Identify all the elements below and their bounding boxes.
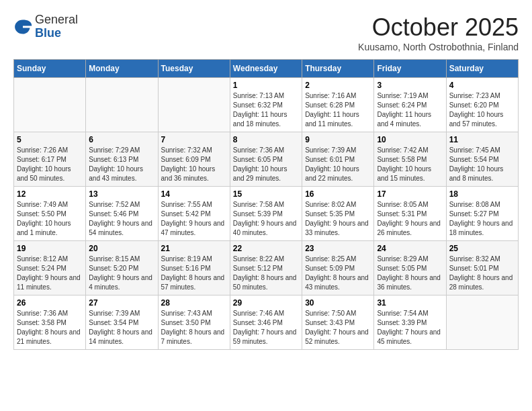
day-detail: Sunrise: 7:49 AM Sunset: 5:50 PM Dayligh…	[17, 200, 83, 238]
day-detail: Sunrise: 7:43 AM Sunset: 3:50 PM Dayligh…	[161, 309, 227, 347]
day-detail: Sunrise: 8:22 AM Sunset: 5:12 PM Dayligh…	[233, 255, 299, 292]
header-cell-tuesday: Tuesday	[158, 60, 230, 78]
header-cell-wednesday: Wednesday	[230, 60, 302, 78]
day-cell: 3Sunrise: 7:19 AM Sunset: 6:24 PM Daylig…	[374, 78, 446, 132]
day-detail: Sunrise: 7:16 AM Sunset: 6:28 PM Dayligh…	[305, 91, 371, 129]
day-number: 24	[377, 244, 443, 253]
day-cell: 28Sunrise: 7:43 AM Sunset: 3:50 PM Dayli…	[158, 295, 230, 350]
day-number: 3	[377, 81, 443, 90]
day-cell: 4Sunrise: 7:23 AM Sunset: 6:20 PM Daylig…	[446, 78, 518, 132]
header-cell-sunday: Sunday	[14, 60, 86, 78]
day-cell: 16Sunrise: 8:02 AM Sunset: 5:35 PM Dayli…	[302, 187, 374, 241]
day-detail: Sunrise: 7:55 AM Sunset: 5:42 PM Dayligh…	[161, 200, 227, 238]
day-cell: 8Sunrise: 7:36 AM Sunset: 6:05 PM Daylig…	[230, 132, 302, 187]
day-cell: 6Sunrise: 7:29 AM Sunset: 6:13 PM Daylig…	[86, 132, 158, 187]
day-number: 18	[449, 189, 515, 199]
day-detail: Sunrise: 7:46 AM Sunset: 3:46 PM Dayligh…	[233, 309, 299, 347]
day-detail: Sunrise: 8:08 AM Sunset: 5:27 PM Dayligh…	[449, 200, 515, 238]
day-cell: 22Sunrise: 8:22 AM Sunset: 5:12 PM Dayli…	[230, 241, 302, 295]
day-number: 10	[377, 135, 443, 144]
day-detail: Sunrise: 7:45 AM Sunset: 5:54 PM Dayligh…	[449, 146, 515, 183]
day-number: 29	[233, 298, 299, 308]
day-number: 19	[17, 244, 83, 253]
day-cell: 9Sunrise: 7:39 AM Sunset: 6:01 PM Daylig…	[302, 132, 374, 187]
week-row-5: 26Sunrise: 7:36 AM Sunset: 3:58 PM Dayli…	[14, 295, 519, 350]
day-number: 23	[305, 244, 371, 253]
day-cell: 19Sunrise: 8:12 AM Sunset: 5:24 PM Dayli…	[14, 241, 86, 295]
day-detail: Sunrise: 7:36 AM Sunset: 3:58 PM Dayligh…	[17, 309, 83, 347]
header-cell-saturday: Saturday	[446, 60, 518, 78]
day-detail: Sunrise: 7:36 AM Sunset: 6:05 PM Dayligh…	[233, 146, 299, 183]
title-block: October 2025 Kuusamo, North Ostrobothnia…	[358, 13, 519, 52]
logo-icon	[13, 17, 32, 36]
day-detail: Sunrise: 7:39 AM Sunset: 3:54 PM Dayligh…	[89, 309, 154, 347]
day-detail: Sunrise: 7:50 AM Sunset: 3:43 PM Dayligh…	[305, 309, 371, 347]
day-detail: Sunrise: 7:52 AM Sunset: 5:46 PM Dayligh…	[89, 200, 154, 238]
day-cell	[158, 78, 230, 132]
day-detail: Sunrise: 7:42 AM Sunset: 5:58 PM Dayligh…	[377, 146, 443, 183]
calendar-table: SundayMondayTuesdayWednesdayThursdayFrid…	[13, 59, 519, 350]
day-detail: Sunrise: 7:23 AM Sunset: 6:20 PM Dayligh…	[449, 91, 515, 129]
day-number: 30	[305, 298, 371, 308]
day-number: 27	[89, 298, 154, 308]
day-number: 21	[161, 244, 227, 253]
day-number: 11	[449, 135, 515, 144]
day-number: 8	[233, 135, 299, 144]
calendar-header: SundayMondayTuesdayWednesdayThursdayFrid…	[14, 60, 519, 78]
header-row: SundayMondayTuesdayWednesdayThursdayFrid…	[14, 60, 519, 78]
day-detail: Sunrise: 8:25 AM Sunset: 5:09 PM Dayligh…	[305, 255, 371, 292]
day-number: 12	[17, 189, 83, 199]
day-cell: 23Sunrise: 8:25 AM Sunset: 5:09 PM Dayli…	[302, 241, 374, 295]
day-number: 20	[89, 244, 154, 253]
day-detail: Sunrise: 7:58 AM Sunset: 5:39 PM Dayligh…	[233, 200, 299, 238]
day-cell: 14Sunrise: 7:55 AM Sunset: 5:42 PM Dayli…	[158, 187, 230, 241]
day-number: 25	[449, 244, 515, 253]
day-cell: 20Sunrise: 8:15 AM Sunset: 5:20 PM Dayli…	[86, 241, 158, 295]
day-number: 16	[305, 189, 371, 199]
day-number: 1	[233, 81, 299, 90]
day-number: 14	[161, 189, 227, 199]
day-cell: 7Sunrise: 7:32 AM Sunset: 6:09 PM Daylig…	[158, 132, 230, 187]
location: Kuusamo, North Ostrobothnia, Finland	[358, 42, 519, 52]
day-cell	[86, 78, 158, 132]
day-number: 31	[377, 298, 443, 308]
logo: General Blue	[13, 13, 78, 40]
day-detail: Sunrise: 7:13 AM Sunset: 6:32 PM Dayligh…	[233, 91, 299, 129]
day-number: 2	[305, 81, 371, 90]
day-number: 4	[449, 81, 515, 90]
day-cell: 12Sunrise: 7:49 AM Sunset: 5:50 PM Dayli…	[14, 187, 86, 241]
day-detail: Sunrise: 7:19 AM Sunset: 6:24 PM Dayligh…	[377, 91, 443, 129]
day-cell: 24Sunrise: 8:29 AM Sunset: 5:05 PM Dayli…	[374, 241, 446, 295]
day-detail: Sunrise: 7:32 AM Sunset: 6:09 PM Dayligh…	[161, 146, 227, 183]
day-number: 26	[17, 298, 83, 308]
logo-text: General Blue	[35, 13, 78, 40]
header-cell-thursday: Thursday	[302, 60, 374, 78]
day-cell: 30Sunrise: 7:50 AM Sunset: 3:43 PM Dayli…	[302, 295, 374, 350]
calendar-body: 1Sunrise: 7:13 AM Sunset: 6:32 PM Daylig…	[14, 78, 519, 350]
day-detail: Sunrise: 7:26 AM Sunset: 6:17 PM Dayligh…	[17, 146, 83, 183]
day-detail: Sunrise: 8:32 AM Sunset: 5:01 PM Dayligh…	[449, 255, 515, 292]
day-number: 13	[89, 189, 154, 199]
day-detail: Sunrise: 7:29 AM Sunset: 6:13 PM Dayligh…	[89, 146, 154, 183]
day-number: 15	[233, 189, 299, 199]
day-number: 22	[233, 244, 299, 253]
day-detail: Sunrise: 8:12 AM Sunset: 5:24 PM Dayligh…	[17, 255, 83, 292]
day-cell: 2Sunrise: 7:16 AM Sunset: 6:28 PM Daylig…	[302, 78, 374, 132]
week-row-3: 12Sunrise: 7:49 AM Sunset: 5:50 PM Dayli…	[14, 187, 519, 241]
day-cell: 25Sunrise: 8:32 AM Sunset: 5:01 PM Dayli…	[446, 241, 518, 295]
day-number: 28	[161, 298, 227, 308]
week-row-2: 5Sunrise: 7:26 AM Sunset: 6:17 PM Daylig…	[14, 132, 519, 187]
page-header: General Blue October 2025 Kuusamo, North…	[13, 13, 519, 52]
day-detail: Sunrise: 8:05 AM Sunset: 5:31 PM Dayligh…	[377, 200, 443, 238]
day-cell: 11Sunrise: 7:45 AM Sunset: 5:54 PM Dayli…	[446, 132, 518, 187]
day-number: 7	[161, 135, 227, 144]
day-cell: 31Sunrise: 7:54 AM Sunset: 3:39 PM Dayli…	[374, 295, 446, 350]
day-cell: 26Sunrise: 7:36 AM Sunset: 3:58 PM Dayli…	[14, 295, 86, 350]
day-cell: 29Sunrise: 7:46 AM Sunset: 3:46 PM Dayli…	[230, 295, 302, 350]
header-cell-monday: Monday	[86, 60, 158, 78]
day-detail: Sunrise: 7:54 AM Sunset: 3:39 PM Dayligh…	[377, 309, 443, 347]
week-row-4: 19Sunrise: 8:12 AM Sunset: 5:24 PM Dayli…	[14, 241, 519, 295]
day-cell: 18Sunrise: 8:08 AM Sunset: 5:27 PM Dayli…	[446, 187, 518, 241]
day-cell: 27Sunrise: 7:39 AM Sunset: 3:54 PM Dayli…	[86, 295, 158, 350]
day-number: 5	[17, 135, 83, 144]
